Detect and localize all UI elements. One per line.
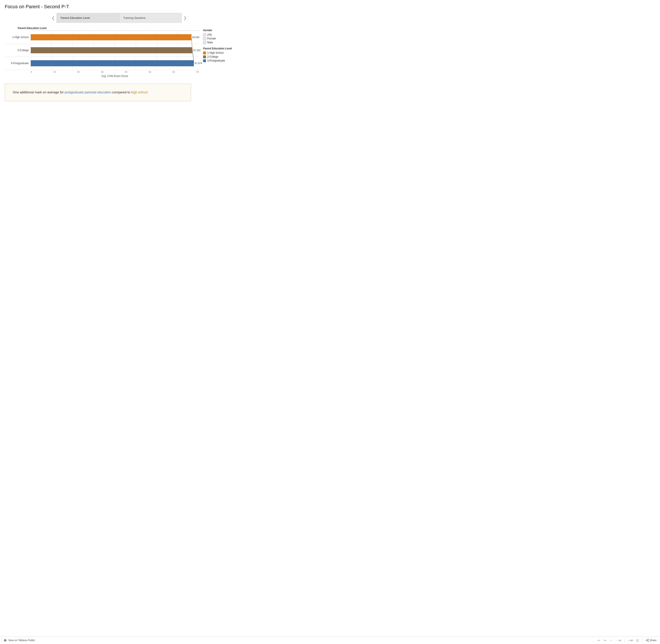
bar-row-1: 66.895 <box>31 31 199 44</box>
x-tick-6: 60 <box>172 71 175 73</box>
tab-arrow-right[interactable]: ❯ <box>182 16 188 20</box>
legend-color-college <box>203 55 206 58</box>
legend-edu-postgrad: 3-Postgraduate <box>203 59 233 62</box>
x-tick-2: 20 <box>77 71 80 73</box>
legend-gender-female[interactable]: ✓ Female <box>203 37 233 40</box>
bar-1[interactable] <box>31 34 191 40</box>
legend-gender-female-label: Female <box>207 37 216 40</box>
insight-link-highschool[interactable]: high school <box>131 90 147 94</box>
checkbox-male[interactable]: ✓ <box>203 41 206 44</box>
legend-edu-college-label: 2-College <box>207 55 218 58</box>
y-axis-labels: 1-High School 2-College 3-Postgraduate <box>5 30 31 70</box>
legend-gender-all[interactable]: ✓ (All) <box>203 33 233 36</box>
tab-tutoring-sessions[interactable]: Tutoring Sessions <box>119 13 182 23</box>
x-tick-labels: 0 10 20 30 40 50 60 70 <box>31 70 199 73</box>
y-label-1: 1-High School <box>5 31 31 44</box>
checkbox-female[interactable]: ✓ <box>203 37 206 40</box>
legend-gender-male[interactable]: ✓ Male <box>203 41 233 44</box>
legend-edu-college: 2-College <box>203 55 233 58</box>
legend-panel: Gender ✓ (All) ✓ Female ✓ Male Parent Ed… <box>199 27 233 63</box>
y-label-2: 2-College <box>5 44 31 57</box>
legend-edu-highschool: 1-High School <box>203 51 233 54</box>
legend-color-highschool <box>203 51 206 54</box>
insight-text-before: One additional mark on average for <box>13 90 65 94</box>
bar-row-3: 67.974 <box>31 57 199 70</box>
chart-wrapper: Parent Education Level 1-High School 2-C… <box>5 27 233 77</box>
legend-edu-highschool-label: 1-High School <box>207 51 223 54</box>
x-tick-1: 10 <box>53 71 56 73</box>
bar-2[interactable] <box>31 47 192 53</box>
insight-text-middle: compared to <box>111 90 131 94</box>
edu-legend-title: Parent Education Level <box>203 47 233 50</box>
insight-link-postgrad[interactable]: postgraduate parental education <box>65 90 111 94</box>
legend-edu-postgrad-label: 3-Postgraduate <box>207 59 225 62</box>
gender-legend-title: Gender <box>203 29 233 32</box>
legend-color-postgrad <box>203 59 206 62</box>
tab-parent-education[interactable]: Parent Education Level <box>56 13 119 23</box>
bar-3[interactable] <box>31 60 194 66</box>
x-tick-5: 50 <box>148 71 151 73</box>
x-axis-inner: 0 10 20 30 40 50 60 70 Avg. Child Exam S… <box>31 70 199 77</box>
bar-value-2: 67.332 <box>193 49 201 51</box>
tab-selector: ❮ Parent Education Level Tutoring Sessio… <box>50 13 188 23</box>
legend-gender-male-label: Male <box>207 41 213 44</box>
tab-arrow-left[interactable]: ❮ <box>50 16 56 20</box>
chart-title: Parent Education Level <box>18 27 199 30</box>
checkbox-all[interactable]: ✓ <box>203 33 206 36</box>
bar-value-3: 67.974 <box>195 62 202 65</box>
page-title: Focus on Parent - Second P-T <box>5 4 233 9</box>
bars-and-grid: 66.895 <box>31 30 199 70</box>
chart-main: Parent Education Level 1-High School 2-C… <box>5 27 199 77</box>
y-label-3: 3-Postgraduate <box>5 57 31 70</box>
x-tick-0: 0 <box>31 71 32 73</box>
bar-value-1: 66.895 <box>192 36 199 39</box>
x-axis-label: Avg. Child Exam Score <box>31 74 199 77</box>
bar-row-2: 67.332 <box>31 44 199 57</box>
x-tick-4: 40 <box>125 71 127 73</box>
x-axis: 0 10 20 30 40 50 60 70 Avg. Child Exam S… <box>31 70 199 77</box>
insight-box: One additional mark on average for postg… <box>5 84 191 101</box>
x-tick-3: 30 <box>101 71 103 73</box>
legend-gender-all-label: (All) <box>207 33 212 36</box>
page-container: Focus on Parent - Second P-T ❮ Parent Ed… <box>0 0 238 106</box>
x-tick-7: 70 <box>196 71 199 73</box>
